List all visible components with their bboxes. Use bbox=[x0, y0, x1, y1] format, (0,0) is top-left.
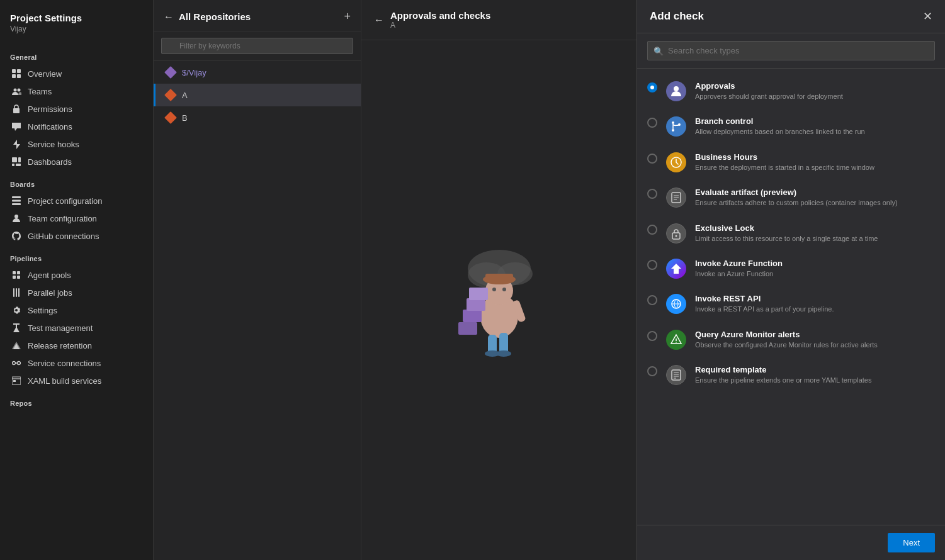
middle-panel-title: All Repositories bbox=[179, 11, 251, 22]
check-evaluate-desc: Ensure artifacts adhere to custom polici… bbox=[695, 198, 935, 208]
sidebar-item-team-configuration[interactable]: Team configuration bbox=[0, 210, 153, 227]
sidebar-item-parallel-jobs[interactable]: Parallel jobs bbox=[0, 284, 153, 301]
check-evaluate-text: Evaluate artifact (preview) Ensure artif… bbox=[695, 188, 935, 208]
sidebar-section-repos: Repos bbox=[0, 389, 153, 411]
back-button[interactable]: ← bbox=[164, 11, 174, 23]
svg-rect-39 bbox=[458, 322, 477, 335]
svg-point-24 bbox=[18, 362, 21, 365]
sidebar-title: Project Settings bbox=[10, 13, 143, 23]
svg-point-5 bbox=[17, 89, 20, 92]
sidebar-item-github-connections[interactable]: GitHub connections bbox=[0, 227, 153, 245]
svg-rect-10 bbox=[12, 164, 14, 166]
sidebar-item-notifications[interactable]: Notifications bbox=[0, 118, 153, 135]
repo-list: $/Vijay A B bbox=[154, 61, 361, 560]
check-item-required-template[interactable]: Required template Ensure the pipeline ex… bbox=[637, 357, 945, 393]
people-icon bbox=[11, 86, 21, 96]
repo-item-a[interactable]: A bbox=[154, 84, 361, 106]
check-monitor-desc: Observe the configured Azure Monitor rul… bbox=[695, 340, 935, 350]
sidebar-item-teams[interactable]: Teams bbox=[0, 82, 153, 100]
radio-exclusive-lock[interactable] bbox=[647, 225, 657, 235]
radio-evaluate-artifact[interactable] bbox=[647, 189, 657, 199]
middle-panel: ← All Repositories + ☷ $/Vijay A B bbox=[154, 0, 361, 560]
content-body bbox=[361, 40, 637, 560]
sidebar-item-agent-pools-label: Agent pools bbox=[28, 271, 71, 280]
svg-rect-9 bbox=[18, 157, 21, 162]
repo-group-icon bbox=[166, 67, 176, 77]
radio-approvals[interactable] bbox=[647, 82, 657, 92]
radio-query-azure-monitor[interactable] bbox=[647, 331, 657, 341]
sidebar-item-permissions[interactable]: Permissions bbox=[0, 100, 153, 118]
repo-item-b[interactable]: B bbox=[154, 106, 361, 129]
svg-rect-11 bbox=[16, 164, 21, 166]
next-button[interactable]: Next bbox=[888, 533, 935, 552]
required-template-icon bbox=[666, 365, 686, 385]
sidebar-item-service-connections[interactable]: Service connections bbox=[0, 354, 153, 372]
middle-panel-title-wrapper: ← All Repositories bbox=[164, 11, 251, 23]
empty-state-illustration bbox=[417, 231, 581, 369]
sidebar-header: Project Settings Vijay bbox=[0, 8, 153, 43]
sidebar-item-project-configuration[interactable]: Project configuration bbox=[0, 192, 153, 210]
sidebar-item-dashboards-label: Dashboards bbox=[28, 157, 72, 167]
close-panel-button[interactable]: ✕ bbox=[923, 11, 932, 22]
sidebar-item-permissions-label: Permissions bbox=[28, 104, 72, 114]
check-invoke-azure-desc: Invoke an Azure Function bbox=[695, 269, 935, 279]
check-item-invoke-rest-api[interactable]: Invoke REST API Invoke a REST API as a p… bbox=[637, 286, 945, 322]
svg-rect-40 bbox=[463, 310, 482, 322]
sidebar-item-xaml-build-label: XAML build services bbox=[28, 376, 101, 386]
radio-branch-control[interactable] bbox=[647, 118, 657, 128]
sidebar-subtitle: Vijay bbox=[10, 25, 143, 33]
check-monitor-name: Query Azure Monitor alerts bbox=[695, 330, 935, 339]
content-title-wrapper: Approvals and checks A bbox=[390, 10, 490, 30]
sidebar-item-test-management[interactable]: Test management bbox=[0, 319, 153, 337]
sidebar-item-overview[interactable]: Overview bbox=[0, 65, 153, 82]
check-rest-api-name: Invoke REST API bbox=[695, 294, 935, 303]
radio-business-hours[interactable] bbox=[647, 154, 657, 164]
radio-required-template[interactable] bbox=[647, 366, 657, 376]
svg-rect-28 bbox=[13, 380, 16, 382]
sidebar-item-settings[interactable]: Settings bbox=[0, 301, 153, 319]
add-check-panel: Add check ✕ 🔍 Approvals Approvers should… bbox=[637, 0, 945, 560]
check-item-business-hours[interactable]: Business Hours Ensure the deployment is … bbox=[637, 145, 945, 180]
check-list: Approvals Approvers should grant approva… bbox=[637, 69, 945, 525]
sidebar-section-pipelines: Pipelines bbox=[0, 245, 153, 266]
check-exclusive-lock-name: Exclusive Lock bbox=[695, 223, 935, 233]
content-header: ← Approvals and checks A bbox=[361, 0, 637, 40]
svg-marker-58 bbox=[671, 264, 681, 274]
svg-rect-2 bbox=[12, 74, 16, 78]
check-item-approvals[interactable]: Approvals Approvers should grant approva… bbox=[637, 74, 945, 109]
sidebar-item-service-hooks[interactable]: Service hooks bbox=[0, 135, 153, 153]
search-bar: 🔍 bbox=[637, 33, 945, 69]
add-check-header: Add check ✕ bbox=[637, 0, 945, 33]
filter-input[interactable] bbox=[161, 38, 353, 54]
content-back-button[interactable]: ← bbox=[374, 14, 384, 26]
search-input[interactable] bbox=[647, 41, 935, 60]
svg-rect-0 bbox=[12, 69, 16, 73]
sidebar-item-agent-pools[interactable]: Agent pools bbox=[0, 266, 153, 284]
azure-function-icon bbox=[666, 259, 686, 279]
check-item-invoke-azure-function[interactable]: Invoke Azure Function Invoke an Azure Fu… bbox=[637, 251, 945, 286]
repo-a-name: A bbox=[182, 91, 188, 100]
radio-invoke-rest-api[interactable] bbox=[647, 295, 657, 305]
filter-wrapper: ☷ bbox=[161, 38, 353, 54]
repo-item-vijay-group[interactable]: $/Vijay bbox=[154, 61, 361, 84]
svg-rect-21 bbox=[16, 288, 17, 297]
sidebar-item-xaml-build[interactable]: XAML build services bbox=[0, 372, 153, 389]
release-icon bbox=[11, 340, 21, 350]
check-invoke-azure-text: Invoke Azure Function Invoke an Azure Fu… bbox=[695, 259, 935, 279]
check-item-branch-control[interactable]: Branch control Allow deployments based o… bbox=[637, 109, 945, 144]
svg-point-15 bbox=[14, 215, 18, 218]
check-item-query-azure-monitor[interactable]: Query Azure Monitor alerts Observe the c… bbox=[637, 322, 945, 357]
check-item-evaluate-artifact[interactable]: Evaluate artifact (preview) Ensure artif… bbox=[637, 180, 945, 215]
add-repository-button[interactable]: + bbox=[344, 10, 351, 23]
svg-point-57 bbox=[676, 235, 677, 237]
branch-icon bbox=[666, 116, 686, 137]
exclusive-lock-icon bbox=[666, 223, 686, 244]
check-item-exclusive-lock[interactable]: Exclusive Lock Limit access to this reso… bbox=[637, 216, 945, 251]
sidebar-item-release-retention[interactable]: Release retention bbox=[0, 337, 153, 354]
evaluate-icon bbox=[666, 188, 686, 208]
github-icon bbox=[11, 231, 21, 241]
radio-invoke-azure-function[interactable] bbox=[647, 260, 657, 270]
sidebar-item-dashboards[interactable]: Dashboards bbox=[0, 153, 153, 171]
main-content: ← Approvals and checks A bbox=[361, 0, 637, 560]
sidebar-item-project-configuration-label: Project configuration bbox=[28, 196, 103, 206]
